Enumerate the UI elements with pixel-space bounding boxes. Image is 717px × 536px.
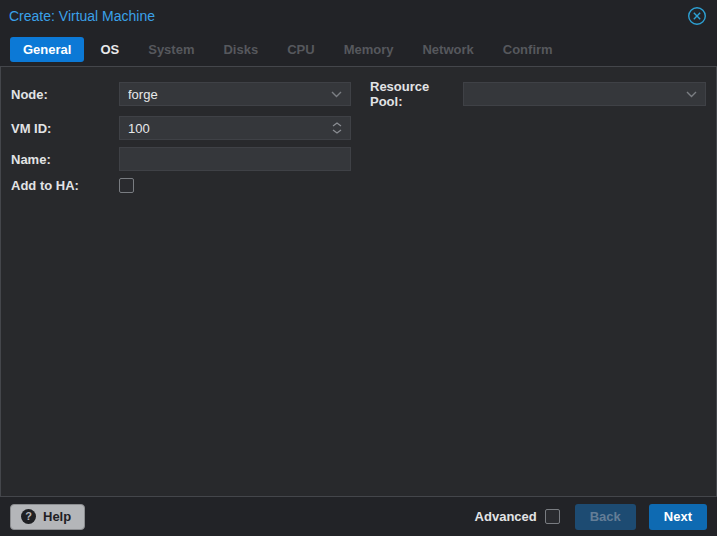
close-button[interactable] xyxy=(686,5,708,27)
wizard-tabbar: General OS System Disks CPU Memory Netwo… xyxy=(0,32,717,66)
dialog-titlebar: Create: Virtual Machine xyxy=(0,0,717,32)
tab-memory: Memory xyxy=(331,37,407,62)
form-row-ha: Add to HA: xyxy=(11,178,706,193)
tab-cpu: CPU xyxy=(274,37,327,62)
help-button[interactable]: ? Help xyxy=(10,504,85,530)
chevron-down-icon xyxy=(332,129,342,134)
node-label: Node: xyxy=(11,87,119,102)
create-vm-dialog: Create: Virtual Machine General OS Syste… xyxy=(0,0,717,536)
form-row-node: Node: Resource Pool: xyxy=(11,79,706,109)
tab-disks: Disks xyxy=(210,37,271,62)
form-row-name: Name: xyxy=(11,147,706,171)
advanced-label: Advanced xyxy=(475,509,537,524)
advanced-checkbox[interactable] xyxy=(545,509,560,524)
general-form-panel: Node: Resource Pool: VM I xyxy=(0,66,717,497)
close-icon xyxy=(687,6,707,26)
dialog-title: Create: Virtual Machine xyxy=(9,8,155,24)
resource-pool-combobox[interactable] xyxy=(463,82,706,106)
tab-os[interactable]: OS xyxy=(87,37,132,62)
tab-confirm: Confirm xyxy=(490,37,566,62)
tab-system: System xyxy=(135,37,207,62)
vmid-input[interactable] xyxy=(120,121,350,136)
tab-network: Network xyxy=(409,37,486,62)
name-input[interactable] xyxy=(120,152,350,167)
ha-label: Add to HA: xyxy=(11,178,119,193)
name-field[interactable] xyxy=(119,147,351,171)
vmid-spinner[interactable] xyxy=(332,117,342,139)
resource-pool-label: Resource Pool: xyxy=(370,79,463,109)
node-dropdown-trigger[interactable] xyxy=(331,83,342,105)
tab-general[interactable]: General xyxy=(10,37,84,62)
node-combobox[interactable] xyxy=(119,82,351,106)
next-button[interactable]: Next xyxy=(649,504,707,530)
resource-pool-input[interactable] xyxy=(464,87,705,102)
name-label: Name: xyxy=(11,152,119,167)
question-circle-icon: ? xyxy=(21,509,36,524)
vmid-label: VM ID: xyxy=(11,121,119,136)
chevron-up-icon xyxy=(332,122,342,127)
node-input[interactable] xyxy=(120,87,350,102)
form-row-vmid: VM ID: xyxy=(11,116,706,140)
vmid-spinner-field[interactable] xyxy=(119,116,351,140)
resource-pool-dropdown-trigger[interactable] xyxy=(686,83,697,105)
chevron-down-icon xyxy=(331,91,342,98)
help-button-label: Help xyxy=(43,509,71,524)
ha-checkbox[interactable] xyxy=(119,178,134,193)
dialog-footer: ? Help Advanced Back Next xyxy=(0,497,717,536)
chevron-down-icon xyxy=(686,91,697,98)
back-button: Back xyxy=(575,504,636,530)
